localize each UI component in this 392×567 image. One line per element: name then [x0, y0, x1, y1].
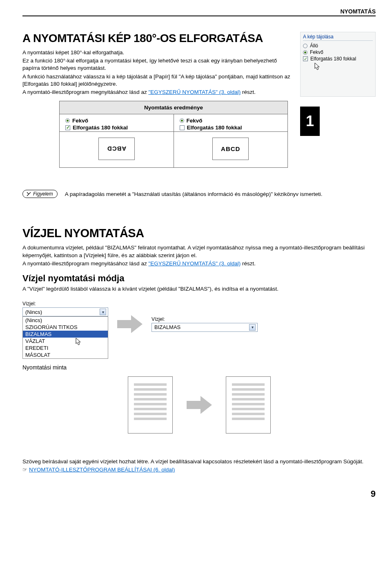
rotate-p4: A nyomtató-illesztőprogram megnyitásához…: [22, 89, 293, 96]
dropdown-left-col: Vízjel: (Nincs) ▾ (Nincs) SZIGORÚAN TITK…: [22, 301, 108, 347]
rotate-p1: A nyomtatási képet 180°-kal elforgathatj…: [22, 49, 293, 56]
figyelem-badge: Figyelem: [22, 190, 58, 198]
dropdown-label-left: Vízjel:: [22, 301, 108, 307]
radio-icon: [303, 44, 307, 48]
result-table: Nyomtatás eredménye Fekvő ✓Elforgatás 18…: [59, 101, 288, 168]
result-right-check-label: Elforgatás 180 fokkal: [187, 125, 242, 131]
watermark-title: VÍZJEL NYOMTATÁSA: [22, 227, 376, 240]
chevron-down-icon: ▾: [249, 324, 256, 331]
link-driver-settings[interactable]: NYOMTATÓ-ILLESZTŐPROGRAM BEÁLLÍTÁSAI (6.…: [29, 467, 175, 473]
radio-filled-icon: [303, 50, 307, 55]
orientation-panel: A kép tájolása Álló Fekvő ✓ Elforgatás 1…: [300, 32, 376, 97]
radio-filled-icon: [65, 118, 70, 123]
sample-label: Nyomtatási minta: [22, 364, 376, 371]
orientation-radio-portrait[interactable]: Álló: [303, 43, 373, 49]
preview-text-flipped: ABCD: [107, 145, 126, 152]
orientation-radio-portrait-label: Álló: [310, 43, 318, 49]
rotate-section: A NYOMTATÁSI KÉP 180°-OS ELFORGATÁSA A n…: [22, 32, 376, 97]
radio-filled-icon: [180, 118, 184, 123]
footer-link-row: ☞NYOMTATÓ-ILLESZTŐPROGRAM BEÁLLÍTÁSAI (6…: [22, 466, 376, 474]
list-item-selected[interactable]: BIZALMAS: [23, 331, 108, 338]
cursor-icon: [76, 338, 108, 347]
orientation-check-label: Elforgatás 180 fokkal: [310, 56, 356, 62]
watermark-select-right[interactable]: BIZALMAS ▾: [151, 323, 258, 332]
checkbox-unchecked-icon: [180, 125, 185, 130]
checkbox-checked-icon: ✓: [303, 56, 308, 61]
doc-thumb-before: [128, 376, 173, 434]
arrow-right-icon: [187, 396, 212, 414]
note-text: A papíradagolás menetét a "Használati ut…: [65, 191, 323, 197]
sample-row: [22, 376, 376, 434]
list-item[interactable]: MÁSOLAT: [23, 351, 108, 358]
result-left-radio-label: Fekvő: [72, 118, 88, 124]
rotate-text-block: A NYOMTATÁSI KÉP 180°-OS ELFORGATÁSA A n…: [22, 32, 293, 97]
link-simple-print-2[interactable]: "EGYSZERŰ NYOMTATÁS" (3. oldal): [148, 260, 241, 267]
doc-thumb-after: [226, 376, 271, 434]
watermark-subtitle: Vízjel nyomtatási módja: [22, 273, 376, 284]
result-right-radio-label: Fekvő: [187, 118, 203, 124]
rotate-p4-pre: A nyomtató-illesztőprogram megnyitásához…: [22, 89, 148, 95]
watermark-p3: A "Vízjel" legördülő listából válassza k…: [22, 285, 376, 293]
dropdown-illustration: Vízjel: (Nincs) ▾ (Nincs) SZIGORÚAN TITK…: [22, 301, 376, 347]
watermark-select-left[interactable]: (Nincs) ▾: [22, 307, 108, 316]
result-left-check-label: Elforgatás 180 fokkal: [73, 125, 128, 131]
dropdown-right-col: Vízjel: BIZALMAS ▾: [151, 316, 258, 332]
rotate-p2: Ez a funkció 180°-kal elforgatja a nyomt…: [22, 57, 293, 72]
preview-page-right: ABCD: [212, 138, 249, 160]
orientation-check-rotate180[interactable]: ✓ Elforgatás 180 fokkal: [303, 56, 373, 62]
result-right-options: Fekvő Elforgatás 180 fokkal: [174, 114, 288, 132]
chevron-down-icon: ▾: [100, 309, 106, 315]
watermark-p2-post: részt.: [241, 260, 256, 267]
link-simple-print-1[interactable]: "EGYSZERŰ NYOMTATÁS" (3. oldal): [148, 89, 241, 95]
figyelem-label: Figyelem: [33, 191, 53, 197]
watermark-p1: A dokumentumra vízjelet, például "BIZALM…: [22, 244, 376, 259]
orientation-radio-landscape-label: Fekvő: [310, 49, 323, 55]
select-value-right: BIZALMAS: [154, 324, 180, 330]
list-item[interactable]: SZIGORÚAN TITKOS: [23, 324, 108, 331]
orientation-radio-landscape[interactable]: Fekvő: [303, 49, 373, 55]
result-left-options: Fekvő ✓Elforgatás 180 fokkal: [60, 114, 174, 132]
rotate-title: A NYOMTATÁSI KÉP 180°-OS ELFORGATÁSA: [22, 32, 293, 45]
attention-icon: [26, 191, 31, 197]
page-number: 9: [22, 489, 376, 499]
select-value-left: (Nincs): [25, 309, 42, 315]
result-head: Nyomtatás eredménye: [60, 101, 288, 114]
list-item[interactable]: (Nincs): [23, 317, 108, 324]
result-row: Nyomtatás eredménye Fekvő ✓Elforgatás 18…: [22, 101, 376, 168]
checkbox-checked-icon: ✓: [65, 125, 70, 130]
orientation-panel-title: A kép tájolása: [303, 34, 373, 41]
page-tab-1: 1: [300, 107, 320, 136]
watermark-p2-pre: A nyomtató-illesztőprogram megnyitásához…: [22, 260, 148, 267]
cursor-icon: [314, 62, 373, 72]
arrow-right-icon: [117, 315, 143, 333]
page-section-header: NYOMTATÁS: [22, 8, 376, 16]
rotate-p3: A funkció használatához válassza ki a ké…: [22, 73, 293, 88]
watermark-p2: A nyomtató-illesztőprogram megnyitásához…: [22, 260, 376, 267]
footer-p1: Szöveg beírásával saját egyéni vízjelet …: [22, 458, 376, 465]
dropdown-label-right: Vízjel:: [151, 316, 258, 322]
note-row: Figyelem A papíradagolás menetét a "Hasz…: [22, 190, 376, 198]
preview-page-left: ABCD: [98, 138, 135, 160]
result-left-preview-cell: ABCD: [60, 132, 174, 168]
footer-note: Szöveg beírásával saját egyéni vízjelet …: [22, 458, 376, 474]
result-right-preview-cell: ABCD: [174, 132, 288, 168]
rotate-p4-post: részt.: [241, 89, 256, 95]
pointer-icon: ☞: [22, 467, 27, 473]
